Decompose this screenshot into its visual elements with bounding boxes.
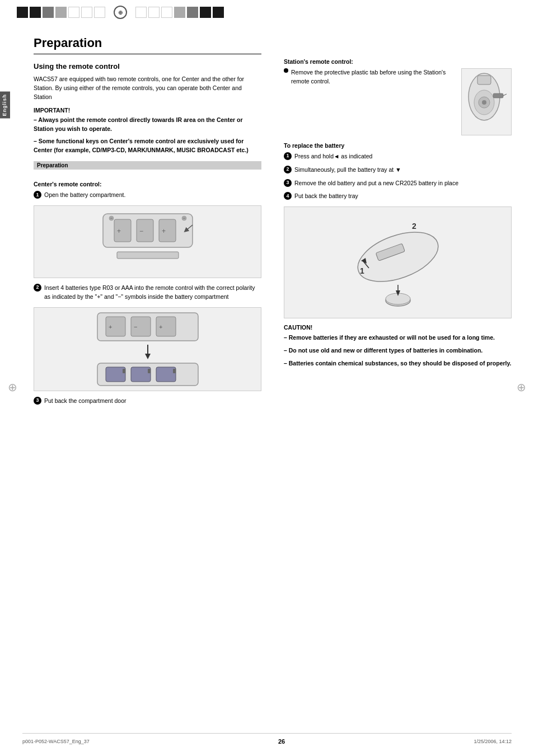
svg-line-35 xyxy=(503,93,507,96)
svg-marker-21 xyxy=(145,354,151,359)
svg-rect-24 xyxy=(131,367,151,382)
right-column: Station's remote control: Remove the pro… xyxy=(273,36,512,410)
r-step-4-num: 4 xyxy=(284,192,292,200)
step-2-text: Insert 4 batteries type R03 or AAA into … xyxy=(44,284,261,302)
caution-box: CAUTION! – Remove batteries if they are … xyxy=(284,324,512,368)
deco-bar-right xyxy=(135,7,224,18)
deco-sq-9 xyxy=(148,7,160,18)
section-title: Using the remote control xyxy=(34,62,261,71)
station-bullet-text: Remove the protective plastic tab before… xyxy=(291,68,456,86)
r-step-1: 1 Press and hold◄ as indicated xyxy=(284,152,512,161)
svg-text:+: + xyxy=(162,227,166,235)
stations-remote-label: Station's remote control: xyxy=(284,58,512,65)
important-box: IMPORTANT! – Always point the remote con… xyxy=(34,107,261,154)
svg-point-33 xyxy=(482,100,486,105)
prep-label-bar: Preparation xyxy=(34,161,261,170)
station-bullet-row: Remove the protective plastic tab before… xyxy=(284,68,512,135)
step-3-num: 3 xyxy=(34,397,41,405)
main-content: English Preparation Using the remote con… xyxy=(0,25,534,421)
svg-text:−: − xyxy=(139,227,143,235)
r-step-3: 3 Remove the old battery and put a new C… xyxy=(284,179,512,188)
deco-sq-8 xyxy=(135,7,147,18)
svg-rect-23 xyxy=(106,367,125,382)
page-wrapper: ⊕ English Preparation Using the remote c… xyxy=(0,0,534,756)
svg-rect-34 xyxy=(493,93,503,98)
footer-file: p001-P052-WACS57_Eng_37 xyxy=(22,739,90,744)
caution-text-1: – Remove batteries if they are exhausted… xyxy=(284,333,512,342)
crosshair-margin-right-icon: ⊕ xyxy=(517,381,526,394)
footer-date: 1/25/2006, 14:12 xyxy=(474,739,512,744)
step-1-text: Open the battery compartment. xyxy=(44,191,125,200)
replace-battery-label: To replace the battery xyxy=(284,142,512,149)
svg-rect-7 xyxy=(117,252,179,259)
step-3-text: Put back the compartment door xyxy=(44,397,127,406)
important-text-2: – Some functional keys on Center's remot… xyxy=(34,137,261,155)
r-step-4-text: Put back the battery tray xyxy=(294,192,358,201)
important-label: IMPORTANT! xyxy=(34,107,261,114)
left-column: Preparation Using the remote control WAC… xyxy=(22,36,273,410)
r-step-2: 2 Simultaneously, pull the battery tray … xyxy=(284,166,512,175)
station-battery-svg: 2 1 3 xyxy=(331,212,465,313)
section-intro: WACS57 are equipped with two remote cont… xyxy=(34,75,261,101)
r-step-4: 4 Put back the battery tray xyxy=(284,192,512,201)
caution-label: CAUTION! xyxy=(284,324,512,331)
deco-sq-7 xyxy=(94,7,105,18)
deco-sq-4 xyxy=(55,7,67,18)
station-bullet-item: Remove the protective plastic tab before… xyxy=(284,68,456,86)
caution-text-2: – Do not use old and new or different ty… xyxy=(284,346,512,355)
centers-remote-label: Center's remote control: xyxy=(34,181,261,187)
station-image-area: Remove the protective plastic tab before… xyxy=(284,68,456,91)
deco-sq-13 xyxy=(200,7,211,18)
stations-section: Station's remote control: Remove the pro… xyxy=(284,58,512,368)
lang-tab: English xyxy=(0,92,10,119)
svg-text:−: − xyxy=(134,323,137,330)
step-2: 2 Insert 4 batteries type R03 or AAA int… xyxy=(34,284,261,302)
deco-sq-14 xyxy=(213,7,224,18)
deco-sq-1 xyxy=(17,7,28,18)
battery-insert-svg: + − + xyxy=(86,310,209,388)
footer: p001-P052-WACS57_Eng_37 26 1/25/2006, 14… xyxy=(22,733,512,745)
station-battery-diagram: 2 1 3 xyxy=(284,206,512,318)
page-title: Preparation xyxy=(34,36,261,54)
station-remote-svg xyxy=(462,69,507,125)
bullet-dot xyxy=(284,68,288,73)
deco-sq-3 xyxy=(43,7,54,18)
svg-text:+: + xyxy=(159,323,162,330)
deco-sq-12 xyxy=(187,7,198,18)
step-1: 1 Open the battery compartment. xyxy=(34,191,261,200)
deco-bar-left xyxy=(17,7,105,18)
header-decoration: ⊕ xyxy=(0,0,534,25)
r-step-2-num: 2 xyxy=(284,166,292,173)
step-2-num: 2 xyxy=(34,284,41,292)
svg-rect-30 xyxy=(477,76,491,84)
svg-rect-25 xyxy=(156,367,176,382)
svg-rect-26 xyxy=(123,369,125,373)
crosshair-icon-left: ⊕ xyxy=(114,6,127,19)
prep-bar-container: Preparation xyxy=(34,161,261,175)
r-step-1-text: Press and hold◄ as indicated xyxy=(294,152,372,161)
r-step-1-num: 1 xyxy=(284,152,292,160)
svg-text:1: 1 xyxy=(360,266,364,275)
deco-sq-5 xyxy=(68,7,79,18)
svg-text:+: + xyxy=(117,227,121,235)
station-remote-diagram xyxy=(461,68,512,135)
battery-compartment-svg: + − + xyxy=(86,208,209,275)
svg-text:2: 2 xyxy=(412,222,416,231)
step-3: 3 Put back the compartment door xyxy=(34,397,261,406)
deco-sq-2 xyxy=(30,7,41,18)
svg-rect-28 xyxy=(173,369,176,373)
step-1-num: 1 xyxy=(34,191,41,199)
deco-sq-6 xyxy=(81,7,92,18)
r-step-3-text: Remove the old battery and put a new CR2… xyxy=(294,179,458,188)
svg-text:+: + xyxy=(109,323,112,330)
deco-sq-10 xyxy=(161,7,172,18)
r-step-2-text: Simultaneously, pull the battery tray at… xyxy=(294,166,401,175)
page-number: 26 xyxy=(278,738,285,745)
deco-sq-11 xyxy=(174,7,185,18)
battery-insert-diagram: + − + xyxy=(34,307,261,391)
crosshair-margin-icon: ⊕ xyxy=(8,381,17,394)
battery-compartment-diagram: + − + xyxy=(34,205,261,278)
svg-point-37 xyxy=(351,223,444,292)
svg-rect-27 xyxy=(148,369,151,373)
caution-text-3: – Batteries contain chemical substances,… xyxy=(284,359,512,368)
